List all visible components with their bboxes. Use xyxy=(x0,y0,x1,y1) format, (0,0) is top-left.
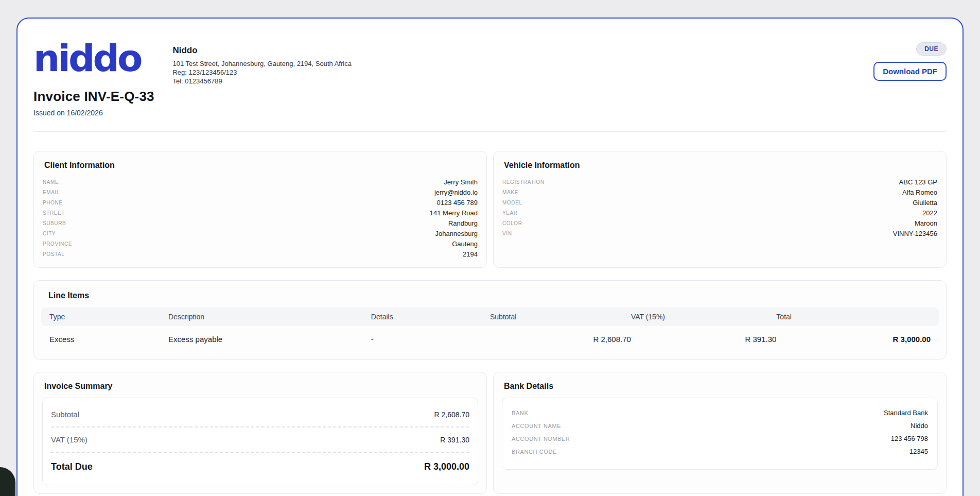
field-value: 141 Merry Road xyxy=(430,209,478,217)
bank-details-card: Bank Details BANK Standard Bank ACCOUNT … xyxy=(493,372,947,494)
vehicle-information-card: Vehicle Information REGISTRATION ABC 123… xyxy=(493,151,947,268)
field-label: MODEL xyxy=(502,200,522,206)
cell-description: Excess payable xyxy=(168,335,371,344)
field-value: 0123 456 789 xyxy=(436,199,478,207)
client-information-card: Client Information NAME Jerry Smith EMAI… xyxy=(33,151,487,268)
summary-row-subtotal: Subtotal R 2,608.70 xyxy=(51,402,469,427)
field-label: POSTAL xyxy=(43,251,64,257)
client-row-suburb: SUBURB Randburg xyxy=(41,218,479,228)
field-label: ACCOUNT NUMBER xyxy=(512,436,570,442)
cell-type: Excess xyxy=(49,335,168,344)
field-label: STREET xyxy=(43,210,65,216)
invoice-summary-panel: Subtotal R 2,608.70 VAT (15%) R 391.30 T… xyxy=(42,398,478,485)
corner-overlay-shape xyxy=(0,467,15,496)
bank-details-title: Bank Details xyxy=(504,382,939,391)
header-divider xyxy=(33,131,947,132)
vehicle-row-registration: REGISTRATION ABC 123 GP xyxy=(501,177,939,187)
company-info: Niddo 101 Test Street, Johannesburg, Gau… xyxy=(172,36,351,85)
bank-row-branch-code: BRANCH CODE 12345 xyxy=(512,445,928,458)
summary-row-total-due: Total Due R 3,000.00 xyxy=(51,453,469,480)
vehicle-row-vin: VIN VINNY-123456 xyxy=(501,228,939,238)
column-header-description: Description xyxy=(168,313,371,321)
field-value: Maroon xyxy=(915,219,937,227)
field-value: 2022 xyxy=(922,209,937,217)
line-items-header-row: Type Description Details Subtotal VAT (1… xyxy=(41,307,939,326)
field-value: Niddo xyxy=(911,422,928,430)
field-label: BANK xyxy=(512,410,528,416)
company-name: Niddo xyxy=(172,45,351,56)
field-value: Randburg xyxy=(448,219,478,227)
column-header-vat: VAT (15%) xyxy=(631,313,776,321)
field-label: MAKE xyxy=(502,190,518,195)
vehicle-row-color: COLOR Maroon xyxy=(501,218,939,228)
field-value: Gauteng xyxy=(452,240,478,248)
column-header-type: Type xyxy=(49,313,168,321)
field-label: VIN xyxy=(502,231,512,236)
field-label: REGISTRATION xyxy=(502,179,544,185)
bank-row-account-name: ACCOUNT NAME Niddo xyxy=(512,419,928,432)
field-label: BRANCH CODE xyxy=(512,449,557,455)
company-reg: Reg: 123/123456/123 xyxy=(172,68,351,77)
bank-row-bank: BANK Standard Bank xyxy=(512,406,928,419)
table-row: Excess Excess payable - R 2,608.70 R 391… xyxy=(41,326,939,352)
cell-total: R 3,000.00 xyxy=(776,335,931,344)
vehicle-row-make: MAKE Alfa Romeo xyxy=(501,187,939,197)
field-value: 12345 xyxy=(909,448,928,455)
field-value: Alfa Romeo xyxy=(902,189,937,196)
field-label: SUBURB xyxy=(43,220,66,226)
summary-value: R 2,608.70 xyxy=(434,411,470,419)
bank-details-panel: BANK Standard Bank ACCOUNT NAME Niddo AC… xyxy=(502,398,938,470)
line-items-card: Line Items Type Description Details Subt… xyxy=(33,280,947,360)
status-badge: DUE xyxy=(916,42,947,56)
summary-bank-row: Invoice Summary Subtotal R 2,608.70 VAT … xyxy=(33,372,947,494)
column-header-details: Details xyxy=(371,313,490,321)
invoice-summary-title: Invoice Summary xyxy=(44,382,479,391)
client-row-postal: POSTAL 2194 xyxy=(41,249,479,259)
total-due-label: Total Due xyxy=(51,461,93,472)
summary-label: Subtotal xyxy=(51,410,79,419)
field-value: VINNY-123456 xyxy=(893,230,937,237)
summary-row-vat: VAT (15%) R 391.30 xyxy=(51,427,469,453)
issued-date: Issued on 16/02/2026 xyxy=(33,109,947,117)
field-value: 2194 xyxy=(463,250,478,258)
vehicle-row-year: YEAR 2022 xyxy=(501,208,939,218)
client-row-name: NAME Jerry Smith xyxy=(41,177,479,187)
client-information-title: Client Information xyxy=(44,161,479,170)
field-label: ACCOUNT NAME xyxy=(512,423,561,429)
total-due-value: R 3,000.00 xyxy=(424,461,469,472)
company-tel: Tel: 0123456789 xyxy=(172,77,351,85)
invoice-page-card: niddo Niddo 101 Test Street, Johannesbur… xyxy=(16,18,964,496)
field-value: Giulietta xyxy=(913,199,937,207)
column-header-subtotal: Subtotal xyxy=(490,313,631,321)
client-row-email: EMAIL jerry@niddo.io xyxy=(41,187,479,197)
summary-label: VAT (15%) xyxy=(51,435,87,444)
niddo-logo: niddo xyxy=(33,36,141,80)
company-address: 101 Test Street, Johannesburg, Gauteng, … xyxy=(172,59,351,68)
field-label: NAME xyxy=(43,179,59,185)
field-label: PROVINCE xyxy=(43,241,72,247)
summary-value: R 391.30 xyxy=(440,436,469,444)
field-value: Johannesburg xyxy=(435,230,478,237)
field-label: CITY xyxy=(43,231,56,236)
cell-subtotal: R 2,608.70 xyxy=(490,335,631,344)
field-value: Standard Bank xyxy=(884,409,928,417)
column-header-total: Total xyxy=(776,313,931,321)
header-actions: DUE Download PDF xyxy=(873,36,947,81)
cell-vat: R 391.30 xyxy=(631,335,776,344)
field-value: Jerry Smith xyxy=(444,178,478,186)
client-row-city: CITY Johannesburg xyxy=(41,228,479,238)
client-row-province: PROVINCE Gauteng xyxy=(41,238,479,249)
field-value: ABC 123 GP xyxy=(899,178,937,186)
info-cards-row: Client Information NAME Jerry Smith EMAI… xyxy=(33,151,947,268)
page-title: Invoice INV-E-Q-33 xyxy=(33,89,947,105)
field-label: PHONE xyxy=(43,200,63,206)
field-value: 123 456 798 xyxy=(891,435,928,442)
client-row-street: STREET 141 Merry Road xyxy=(41,208,479,218)
invoice-summary-card: Invoice Summary Subtotal R 2,608.70 VAT … xyxy=(33,372,487,494)
vehicle-row-model: MODEL Giulietta xyxy=(501,197,939,208)
field-label: COLOR xyxy=(502,220,522,226)
download-pdf-button[interactable]: Download PDF xyxy=(873,62,947,81)
bank-row-account-number: ACCOUNT NUMBER 123 456 798 xyxy=(512,432,928,445)
client-row-phone: PHONE 0123 456 789 xyxy=(41,197,479,208)
field-value: jerry@niddo.io xyxy=(434,189,478,196)
